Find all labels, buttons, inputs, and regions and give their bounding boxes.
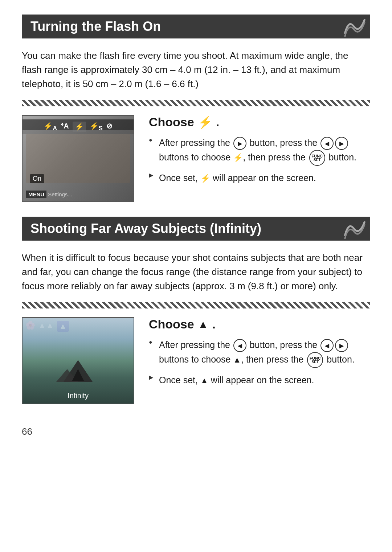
flash-sym: ⚡	[233, 153, 243, 162]
section2-choose-symbol: ▲	[198, 318, 209, 331]
section2-step-row: 🌸 ▲▲ ▲ ▲ Infinity Choose ▲.	[22, 317, 370, 404]
section2-choose-label: Choose	[149, 317, 194, 331]
section2-stripe	[22, 302, 370, 308]
section2-image: 🌸 ▲▲ ▲ ▲ Infinity	[22, 317, 134, 404]
section2-intro: When it is difficult to focus because yo…	[22, 251, 370, 293]
section1-choose-symbol: ⚡	[198, 115, 212, 129]
infinity-camera-screen: 🌸 ▲▲ ▲ ▲ Infinity	[22, 317, 134, 404]
section2-bullet1: After pressing the ◀ button, press the ◀…	[149, 338, 370, 368]
section1-image: ⚡A ⁴A ⚡ ⚡S ⊘ On MENUSettings...	[22, 115, 134, 202]
section2-bullets: After pressing the ◀ button, press the ◀…	[149, 338, 370, 387]
section1-choose-label: Choose	[149, 115, 194, 129]
right-arrow-btn: ▶	[233, 137, 246, 150]
flash-camera-screen: ⚡A ⁴A ⚡ ⚡S ⊘ On MENUSettings...	[22, 115, 134, 202]
section1-bullet1: After pressing the ▶ button, press the ◀…	[149, 136, 370, 166]
section1-step-content: Choose ⚡. After pressing the ▶ button, p…	[149, 115, 370, 190]
mountain-sym2: ▲	[200, 376, 208, 385]
section1-bullet2: Once set, ⚡ will appear on the screen.	[149, 171, 370, 185]
lr-btn-right: ▶	[335, 339, 348, 352]
mountain-sym: ▲	[233, 355, 241, 364]
left-arrow-btn: ◀	[233, 339, 246, 352]
corner-decoration2	[341, 218, 367, 240]
left-right-btn: ◀	[320, 137, 334, 150]
section1-header: Turning the Flash On	[22, 15, 370, 38]
section1-title: Turning the Flash On	[30, 19, 161, 34]
section2-step-content: Choose ▲. After pressing the ◀ button, p…	[149, 317, 370, 392]
infinity-label: Infinity	[68, 392, 89, 400]
left-right-btn2: ▶	[335, 137, 348, 150]
page-number: 66	[22, 426, 370, 437]
flash-sym2: ⚡	[200, 174, 210, 183]
section2-bullet2: Once set, ▲ will appear on the screen.	[149, 373, 370, 387]
section2-header: Shooting Far Away Subjects (Infinity)	[22, 217, 370, 241]
section1-intro: You can make the flash fire every time y…	[22, 49, 370, 91]
section1-stripe	[22, 100, 370, 106]
mountain-large: ▲	[68, 362, 88, 385]
func-set-btn2: FUNCSET	[307, 352, 323, 368]
func-set-btn: FUNCSET	[309, 150, 325, 166]
menu-label: MENUSettings...	[26, 191, 72, 198]
section1-bullets: After pressing the ▶ button, press the ◀…	[149, 136, 370, 185]
section2-title: Shooting Far Away Subjects (Infinity)	[30, 221, 261, 236]
lr-btn-left: ◀	[320, 339, 334, 352]
corner-decoration	[341, 16, 367, 37]
section1-step-row: ⚡A ⁴A ⚡ ⚡S ⊘ On MENUSettings... Choose ⚡…	[22, 115, 370, 202]
section1-choose-title: Choose ⚡.	[149, 115, 370, 129]
section2-choose-title: Choose ▲.	[149, 317, 370, 331]
flash-on-label: On	[30, 174, 44, 183]
